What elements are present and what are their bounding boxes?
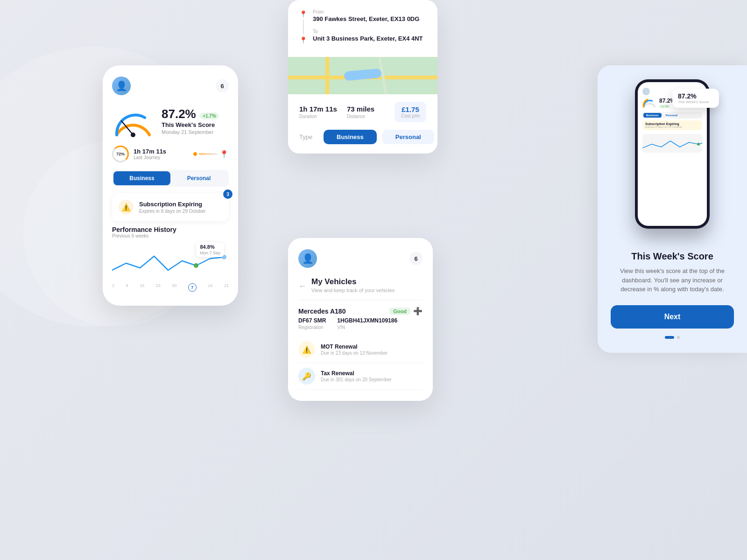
good-badge: Good xyxy=(389,308,410,315)
chart-label-2: 2 xyxy=(112,283,114,292)
chart-label-7: 7 xyxy=(188,283,197,292)
vehicle-details: DF67 SMR Registration 1HGBH41JXMN109186 … xyxy=(298,317,423,330)
route-line xyxy=(199,154,218,154)
registration-label: Registration xyxy=(298,325,326,330)
chart-x-labels: 2 9 16 23 30 7 14 21 xyxy=(112,283,229,292)
chart-label-14: 14 xyxy=(208,283,212,292)
cost-value: £1.75 xyxy=(401,105,420,113)
chart-tooltip-date: Mon 7 Sep xyxy=(200,251,220,255)
route-end-icon: 📍 xyxy=(219,150,229,159)
vehicles-title-row: ← My Vehicles View and keep track of you… xyxy=(298,275,423,293)
floating-label: This Week's Score xyxy=(678,100,713,104)
score-change-badge: +1.7% xyxy=(200,112,219,119)
vehicle-name: Mercedes A180 xyxy=(298,308,345,315)
type-label: Type xyxy=(299,133,318,140)
vehicle-status: Good ➕ xyxy=(389,307,423,315)
onboarding-title: This Week's Score xyxy=(631,251,713,262)
route-icon-col: 📍 📍 xyxy=(299,9,307,44)
route-card-top: 📍 📍 From 390 Fawkes Street, Exeter, EX13… xyxy=(288,0,437,57)
personal-toggle-btn[interactable]: Personal xyxy=(170,171,227,185)
cost-label: Cost p/m xyxy=(401,113,420,119)
chart-label-30: 30 xyxy=(172,283,176,292)
vehicles-title: My Vehicles xyxy=(311,277,395,287)
dashboard-phone-card: 👤 6 87.2% +1.7% This Week's Score Monday… xyxy=(103,65,238,306)
chart-area: 84.8% Mon 7 Sep 2 9 16 23 30 7 14 21 xyxy=(112,242,229,296)
cost-stat: £1.75 Cost p/m xyxy=(395,102,426,122)
dot-1 xyxy=(665,336,674,339)
chart-label-9: 9 xyxy=(126,283,128,292)
tax-info: Tax Renewal Due in 301 days on 20 Septem… xyxy=(321,370,392,382)
mini-avatar xyxy=(642,88,650,95)
chart-label-21: 21 xyxy=(224,283,229,292)
mot-due: Due in 23 days on 13 November xyxy=(321,350,388,356)
journey-left: 72% 1h 17m 11s Last Journey xyxy=(112,146,166,162)
from-label: From xyxy=(313,9,426,14)
chart-label-23: 23 xyxy=(156,283,161,292)
gauge-container xyxy=(112,105,154,137)
mini-sub-title: Subscription Expiring xyxy=(645,122,699,126)
vehicles-title-info: My Vehicles View and keep track of your … xyxy=(311,275,395,293)
vin-info: 1HGBH41JXMN109186 VIN xyxy=(337,317,397,330)
duration-label: Duration xyxy=(299,114,347,119)
subscription-subtitle: Expires in 8 days on 29 October xyxy=(139,209,205,214)
map-area xyxy=(288,57,437,94)
perf-sub: Previous 6 weeks xyxy=(112,233,229,238)
map-road-vertical xyxy=(325,57,329,94)
avatar: 👤 xyxy=(112,77,131,95)
score-label: This Week's Score xyxy=(162,121,229,128)
floating-score: 87.2% xyxy=(678,92,713,100)
card-header: 👤 6 xyxy=(112,77,229,95)
gauge-svg xyxy=(112,105,154,137)
subscription-info: Subscription Expiring Expires in 8 days … xyxy=(139,201,205,214)
mini-chart-svg xyxy=(642,134,702,153)
type-business-btn[interactable]: Business xyxy=(324,130,377,144)
type-personal-btn[interactable]: Personal xyxy=(382,130,434,144)
duration-value: 1h 17m 11s xyxy=(299,105,347,113)
business-toggle-btn[interactable]: Business xyxy=(113,171,170,185)
journey-route: 📍 xyxy=(193,150,229,159)
score-percent-row: 87.2% +1.7% xyxy=(162,107,229,121)
vin-label: VIN xyxy=(337,325,397,330)
type-row: Type Business Personal xyxy=(288,130,437,154)
performance-section: Performance History Previous 6 weeks 84.… xyxy=(112,226,229,296)
subscription-title: Subscription Expiring xyxy=(139,201,205,208)
mini-score-badge: +1.7% xyxy=(659,105,670,108)
next-button[interactable]: Next xyxy=(611,305,734,329)
subscription-badge: 3 xyxy=(223,189,233,199)
distance-value: 73 miles xyxy=(347,105,395,113)
route-text-col: From 390 Fawkes Street, Exeter, EX13 0DG… xyxy=(313,9,426,42)
back-arrow-btn[interactable]: ← xyxy=(298,281,307,291)
add-vehicle-icon[interactable]: ➕ xyxy=(413,307,423,315)
to-location-icon: 📍 xyxy=(299,36,307,44)
vehicles-subtitle: View and keep track of your vehicles xyxy=(311,287,395,293)
journey-info: 1h 17m 11s Last Journey xyxy=(134,148,166,160)
vehicles-badge[interactable]: 6 xyxy=(409,252,423,265)
journey-section: 72% 1h 17m 11s Last Journey 📍 xyxy=(112,145,229,163)
svg-point-2 xyxy=(194,263,198,268)
mot-service-row: ⚠️ MOT Renewal Due in 23 days on 13 Nove… xyxy=(298,336,423,363)
tax-service-row: 🔑 Tax Renewal Due in 301 days on 20 Sept… xyxy=(298,363,423,390)
route-start-dot xyxy=(193,152,197,156)
route-card: 📍 📍 From 390 Fawkes Street, Exeter, EX13… xyxy=(288,0,437,154)
to-address: Unit 3 Business Park, Exeter, EX4 4NT xyxy=(313,35,426,42)
score-date: Monday 21 September xyxy=(162,129,229,135)
mini-chart xyxy=(642,134,702,153)
subscription-icon: ⚠️ xyxy=(119,200,134,215)
mini-business: Business xyxy=(643,113,662,118)
distance-label: Distance xyxy=(347,114,395,119)
score-percent: 87.2% xyxy=(162,107,196,121)
mini-gauge-svg xyxy=(642,97,656,108)
journey-gauge: 72% xyxy=(112,146,129,162)
notification-badge[interactable]: 6 xyxy=(216,79,229,92)
mot-info: MOT Renewal Due in 23 days on 13 Novembe… xyxy=(321,343,388,356)
vehicles-divider xyxy=(298,300,423,300)
onboarding-description: View this week's score at the top of the… xyxy=(611,266,734,294)
tax-title: Tax Renewal xyxy=(321,370,392,377)
vehicles-header: 👤 6 xyxy=(298,249,423,268)
subscription-card: ⚠️ Subscription Expiring Expires in 8 da… xyxy=(112,193,229,221)
distance-stat: 73 miles Distance xyxy=(347,105,395,119)
tax-icon: 🔑 xyxy=(298,368,315,385)
to-label: To xyxy=(313,29,426,34)
stats-row: 1h 17m 11s Duration 73 miles Distance £1… xyxy=(288,94,437,130)
type-toggle: Business Personal xyxy=(112,170,229,187)
